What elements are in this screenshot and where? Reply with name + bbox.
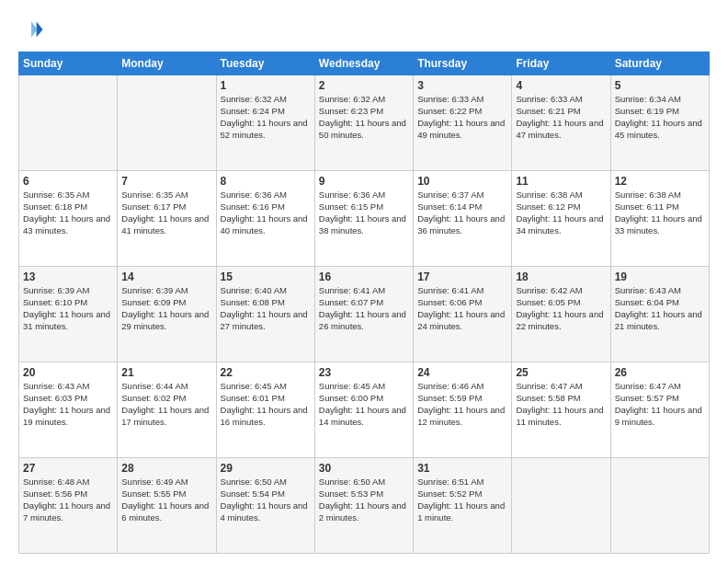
header xyxy=(18,17,710,42)
day-number: 16 xyxy=(319,270,409,284)
week-row-0: 1Sunrise: 6:32 AMSunset: 6:24 PMDaylight… xyxy=(19,75,710,171)
day-info: Sunrise: 6:45 AM xyxy=(221,381,311,393)
day-info: Sunset: 6:09 PM xyxy=(121,297,211,309)
day-info: Sunset: 6:01 PM xyxy=(221,393,311,405)
day-info: Daylight: 11 hours and 41 minutes. xyxy=(121,213,211,237)
calendar-cell: 7Sunrise: 6:35 AMSunset: 6:17 PMDaylight… xyxy=(118,171,216,267)
day-number: 25 xyxy=(516,365,606,380)
day-info: Sunset: 6:07 PM xyxy=(319,297,409,309)
calendar-cell: 19Sunrise: 6:43 AMSunset: 6:04 PMDayligh… xyxy=(610,267,709,362)
day-number: 19 xyxy=(615,270,705,284)
day-info: Sunrise: 6:44 AM xyxy=(121,381,211,393)
day-info: Sunset: 6:08 PM xyxy=(221,297,311,309)
day-info: Sunset: 6:00 PM xyxy=(319,393,409,405)
day-info: Sunrise: 6:50 AM xyxy=(319,477,409,488)
day-number: 8 xyxy=(221,174,311,189)
day-info: Sunrise: 6:36 AM xyxy=(319,190,409,201)
day-info: Sunset: 6:06 PM xyxy=(417,297,507,309)
calendar-cell: 30Sunrise: 6:50 AMSunset: 5:53 PMDayligh… xyxy=(314,458,413,554)
weekday-header-monday: Monday xyxy=(118,52,216,75)
day-info: Sunrise: 6:34 AM xyxy=(615,94,705,106)
day-number: 9 xyxy=(319,174,409,189)
day-number: 23 xyxy=(319,365,409,380)
day-info: Sunrise: 6:33 AM xyxy=(417,94,507,106)
weekday-header-sunday: Sunday xyxy=(19,52,118,75)
calendar-cell: 22Sunrise: 6:45 AMSunset: 6:01 PMDayligh… xyxy=(216,362,314,458)
day-info: Sunset: 5:58 PM xyxy=(516,393,606,405)
weekday-header-tuesday: Tuesday xyxy=(216,52,314,75)
day-info: Sunrise: 6:39 AM xyxy=(23,285,113,297)
day-info: Sunset: 6:03 PM xyxy=(23,393,113,405)
day-number: 13 xyxy=(23,270,113,284)
day-info: Daylight: 11 hours and 52 minutes. xyxy=(221,118,311,142)
day-info: Daylight: 11 hours and 1 minute. xyxy=(417,500,507,524)
calendar-cell xyxy=(118,75,216,171)
day-info: Daylight: 11 hours and 4 minutes. xyxy=(221,500,311,524)
calendar-cell: 15Sunrise: 6:40 AMSunset: 6:08 PMDayligh… xyxy=(216,267,314,362)
day-info: Sunset: 6:14 PM xyxy=(417,201,507,213)
day-info: Sunset: 6:04 PM xyxy=(615,297,705,309)
day-number: 15 xyxy=(221,270,311,284)
day-info: Sunset: 5:52 PM xyxy=(417,488,507,500)
day-info: Sunset: 5:56 PM xyxy=(23,488,113,500)
calendar-cell: 11Sunrise: 6:38 AMSunset: 6:12 PMDayligh… xyxy=(512,171,610,267)
day-info: Daylight: 11 hours and 38 minutes. xyxy=(319,213,409,237)
calendar-cell: 16Sunrise: 6:41 AMSunset: 6:07 PMDayligh… xyxy=(314,267,413,362)
day-number: 24 xyxy=(417,365,507,380)
day-info: Sunrise: 6:50 AM xyxy=(221,477,311,488)
day-info: Daylight: 11 hours and 16 minutes. xyxy=(221,405,311,429)
day-info: Sunrise: 6:32 AM xyxy=(319,94,409,106)
day-info: Sunrise: 6:32 AM xyxy=(221,94,311,106)
calendar-cell: 9Sunrise: 6:36 AMSunset: 6:15 PMDaylight… xyxy=(314,171,413,267)
calendar-cell: 23Sunrise: 6:45 AMSunset: 6:00 PMDayligh… xyxy=(314,362,413,458)
day-info: Sunset: 6:10 PM xyxy=(23,297,113,309)
day-info: Daylight: 11 hours and 9 minutes. xyxy=(615,405,705,429)
weekday-header-thursday: Thursday xyxy=(414,52,512,75)
day-info: Daylight: 11 hours and 47 minutes. xyxy=(516,118,606,142)
day-info: Sunset: 6:21 PM xyxy=(516,106,606,118)
calendar-cell: 27Sunrise: 6:48 AMSunset: 5:56 PMDayligh… xyxy=(19,458,118,554)
calendar-cell xyxy=(610,458,709,554)
page: SundayMondayTuesdayWednesdayThursdayFrid… xyxy=(0,0,728,563)
calendar-cell: 24Sunrise: 6:46 AMSunset: 5:59 PMDayligh… xyxy=(414,362,512,458)
day-info: Daylight: 11 hours and 43 minutes. xyxy=(23,213,113,237)
day-info: Sunrise: 6:36 AM xyxy=(221,190,311,201)
week-row-4: 27Sunrise: 6:48 AMSunset: 5:56 PMDayligh… xyxy=(19,458,710,554)
day-info: Daylight: 11 hours and 2 minutes. xyxy=(319,500,409,524)
day-number: 29 xyxy=(221,461,311,476)
day-info: Daylight: 11 hours and 21 minutes. xyxy=(615,309,705,333)
day-number: 3 xyxy=(417,78,507,93)
day-info: Sunrise: 6:46 AM xyxy=(417,381,507,393)
calendar-cell: 3Sunrise: 6:33 AMSunset: 6:22 PMDaylight… xyxy=(414,75,512,171)
calendar: SundayMondayTuesdayWednesdayThursdayFrid… xyxy=(18,52,710,554)
day-info: Sunrise: 6:43 AM xyxy=(615,285,705,297)
day-info: Sunrise: 6:49 AM xyxy=(121,477,211,488)
day-info: Sunset: 6:02 PM xyxy=(121,393,211,405)
day-info: Daylight: 11 hours and 26 minutes. xyxy=(319,309,409,333)
day-info: Daylight: 11 hours and 45 minutes. xyxy=(615,118,705,142)
calendar-cell: 17Sunrise: 6:41 AMSunset: 6:06 PMDayligh… xyxy=(414,267,512,362)
week-row-3: 20Sunrise: 6:43 AMSunset: 6:03 PMDayligh… xyxy=(19,362,710,458)
day-info: Sunrise: 6:48 AM xyxy=(23,477,113,488)
weekday-header-wednesday: Wednesday xyxy=(314,52,413,75)
calendar-cell: 8Sunrise: 6:36 AMSunset: 6:16 PMDaylight… xyxy=(216,171,314,267)
day-info: Daylight: 11 hours and 22 minutes. xyxy=(516,309,606,333)
day-info: Sunset: 5:54 PM xyxy=(221,488,311,500)
day-number: 21 xyxy=(121,365,211,380)
day-info: Sunrise: 6:37 AM xyxy=(417,190,507,201)
day-info: Daylight: 11 hours and 50 minutes. xyxy=(319,118,409,142)
day-number: 20 xyxy=(23,365,113,380)
day-info: Sunrise: 6:41 AM xyxy=(417,285,507,297)
day-info: Daylight: 11 hours and 17 minutes. xyxy=(121,405,211,429)
calendar-cell xyxy=(512,458,610,554)
day-number: 1 xyxy=(221,78,311,93)
day-info: Daylight: 11 hours and 33 minutes. xyxy=(615,213,705,237)
calendar-cell: 2Sunrise: 6:32 AMSunset: 6:23 PMDaylight… xyxy=(314,75,413,171)
day-info: Daylight: 11 hours and 31 minutes. xyxy=(23,309,113,333)
day-info: Sunset: 6:16 PM xyxy=(221,201,311,213)
calendar-cell: 25Sunrise: 6:47 AMSunset: 5:58 PMDayligh… xyxy=(512,362,610,458)
day-info: Daylight: 11 hours and 34 minutes. xyxy=(516,213,606,237)
day-info: Sunset: 5:59 PM xyxy=(417,393,507,405)
day-number: 6 xyxy=(23,174,113,189)
day-info: Sunset: 6:17 PM xyxy=(121,201,211,213)
